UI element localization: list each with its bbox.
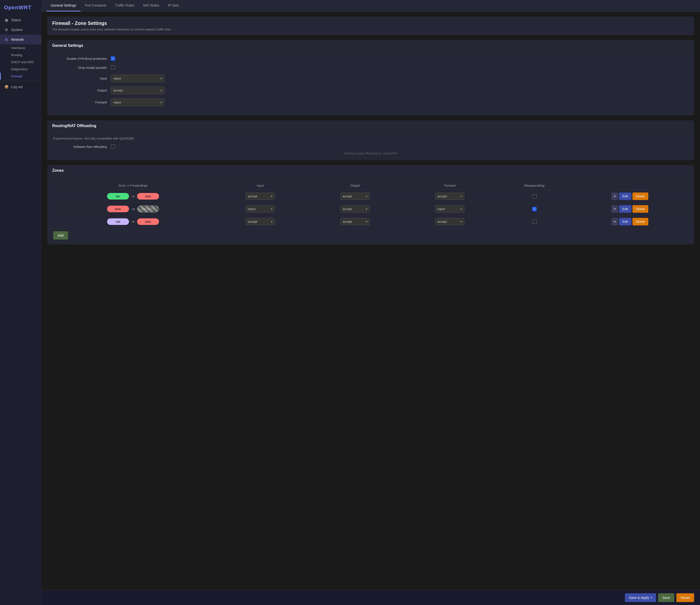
input-select-wrapper: acceptrejectdrop (246, 205, 275, 213)
zone-edit-button[interactable]: Edit (619, 192, 631, 200)
zone-output-select[interactable]: acceptrejectdrop (341, 193, 370, 200)
input-select-wrapper: acceptrejectdrop (246, 193, 275, 200)
forward-select-wrapper: acceptrejectdrop (435, 218, 465, 225)
page-title-box: Firewall - Zone Settings The firewall cr… (47, 17, 694, 35)
output-select-wrapper: accept reject drop (111, 87, 165, 94)
tab-general[interactable]: General Settings (46, 0, 80, 11)
sidebar-item-firewall[interactable]: Firewall (0, 73, 42, 80)
system-icon: ⚙ (4, 27, 9, 32)
output-cell: acceptrejectdrop (307, 215, 402, 228)
forward-select[interactable]: reject accept drop (111, 99, 165, 106)
masq-check[interactable] (532, 194, 536, 199)
general-settings-body: Enable SYN-flood protection Drop invalid… (47, 51, 694, 115)
sidebar-item-status[interactable]: ▦ Status › (0, 15, 42, 25)
output-select-wrapper: acceptrejectdrop (341, 218, 370, 225)
drop-invalid-row: Drop invalid packets (53, 65, 688, 70)
logout-label: Log out (11, 85, 23, 89)
action-cell: ≡ Edit Delete (572, 203, 688, 215)
syn-flood-label: Enable SYN-flood protection (53, 57, 107, 60)
zones-header: Zones (47, 165, 694, 176)
col-actions (572, 181, 688, 190)
masq-check[interactable] (532, 207, 536, 211)
sidebar-item-system[interactable]: ⚙ System › (0, 25, 42, 34)
action-group: ≡ Edit Delete (573, 205, 686, 213)
zone-input-select[interactable]: acceptrejectdrop (246, 218, 275, 225)
routing-nat-section: Routing/NAT Offloading Experimental feat… (47, 120, 694, 160)
col-forward: Forward (402, 181, 497, 190)
zone-input-select[interactable]: acceptrejectdrop (246, 205, 275, 213)
zone-settings-button[interactable]: ≡ (611, 205, 618, 213)
zone-forward-select[interactable]: acceptrejectdrop (435, 218, 465, 225)
tab-ipsets[interactable]: IP Sets (164, 0, 183, 11)
input-select[interactable]: reject accept drop (111, 75, 165, 82)
input-select-wrapper: acceptrejectdrop (246, 218, 275, 225)
forward-row: Forward reject accept drop (53, 99, 688, 106)
add-zone-button[interactable]: Add (53, 231, 68, 240)
logo: OpenWRT (0, 0, 42, 15)
zone-delete-button[interactable]: Delete (632, 205, 649, 213)
zone-forward-select[interactable]: acceptrejectdrop (435, 193, 465, 200)
output-select[interactable]: accept reject drop (111, 87, 165, 94)
zone-to-pill[interactable]: wan (137, 218, 159, 225)
syn-flood-row: Enable SYN-flood protection (53, 56, 688, 61)
sidebar-item-interfaces[interactable]: Interfaces (0, 44, 42, 51)
zone-forwardings-cell: lan⇒wan (53, 190, 213, 203)
output-select-wrapper: acceptrejectdrop (341, 193, 370, 200)
zone-to-pill[interactable]: wan (137, 193, 159, 199)
software-offload-checkbox[interactable] (111, 144, 115, 149)
zone-forward-select[interactable]: acceptrejectdrop (435, 205, 465, 213)
tabs-bar: General Settings Port Forwards Traffic R… (42, 0, 700, 12)
save-button[interactable]: Save (658, 593, 675, 602)
tab-natrules[interactable]: NAT Rules (139, 0, 164, 11)
network-arrow-icon: › (36, 38, 38, 41)
sidebar-item-dhcp[interactable]: DHCP and DNS (0, 58, 42, 66)
masq-cell (497, 190, 572, 203)
software-offload-check[interactable] (111, 144, 115, 149)
zone-edit-button[interactable]: Edit (619, 218, 631, 225)
drop-invalid-check[interactable] (111, 65, 115, 70)
sidebar-item-network[interactable]: ⊞ Network › (0, 34, 42, 44)
forward-select-wrapper: acceptrejectdrop (435, 193, 465, 200)
zone-settings-button[interactable]: ≡ (611, 218, 618, 225)
zone-edit-button[interactable]: Edit (619, 205, 631, 213)
zone-settings-button[interactable]: ≡ (611, 192, 618, 200)
table-row: wan⇒REJECT acceptrejectdrop acceptreject… (53, 203, 688, 215)
reset-button[interactable]: Reset (676, 593, 694, 602)
main-content: General Settings Port Forwards Traffic R… (42, 0, 700, 605)
firewall-label: Firewall (11, 74, 22, 78)
zone-output-select[interactable]: acceptrejectdrop (341, 205, 370, 213)
action-group: ≡ Edit Delete (573, 192, 686, 200)
routing-label: Routing (11, 53, 22, 57)
zone-delete-button[interactable]: Delete (632, 192, 649, 200)
sidebar-item-routing[interactable]: Routing (0, 51, 42, 58)
input-cell: acceptrejectdrop (213, 215, 308, 228)
sidebar-item-diagnostics[interactable]: Diagnostics (0, 66, 42, 73)
logo-text: OpenWRT (4, 4, 31, 10)
zone-delete-button[interactable]: Delete (632, 218, 649, 225)
syn-flood-check[interactable] (111, 56, 115, 61)
masq-check[interactable] (532, 220, 536, 224)
tab-trafficrules[interactable]: Traffic Rules (111, 0, 139, 11)
diagnostics-label: Diagnostics (11, 67, 28, 71)
drop-invalid-checkbox[interactable] (111, 65, 115, 70)
masq-cell (497, 215, 572, 228)
save-apply-button[interactable]: Save & Apply ▾ (625, 593, 656, 602)
page-title: Firewall - Zone Settings (52, 21, 689, 26)
sidebar-item-logout[interactable]: 📦 Log out (0, 82, 42, 92)
zone-output-select[interactable]: acceptrejectdrop (341, 218, 370, 225)
sidebar-item-system-label: System (11, 28, 23, 32)
forward-label: Forward (53, 100, 107, 104)
zone-input-select[interactable]: acceptrejectdrop (246, 193, 275, 200)
zone-from-pill[interactable]: opt (107, 218, 129, 225)
tab-portforwards[interactable]: Port Forwards (80, 0, 111, 11)
offload-hint: Software based offloading for routing/NA… (53, 152, 688, 155)
zone-from-pill[interactable]: wan (107, 205, 129, 212)
syn-flood-checkbox[interactable] (111, 56, 115, 61)
zone-to-pill[interactable]: REJECT (137, 205, 159, 213)
zone-from-pill[interactable]: lan (107, 193, 129, 199)
masq-cell (497, 203, 572, 215)
routing-nat-body: Experimental feature. Not fully compatib… (47, 132, 694, 160)
output-cell: acceptrejectdrop (307, 190, 402, 203)
logout-icon: 📦 (4, 84, 9, 89)
output-label: Output (53, 89, 107, 92)
